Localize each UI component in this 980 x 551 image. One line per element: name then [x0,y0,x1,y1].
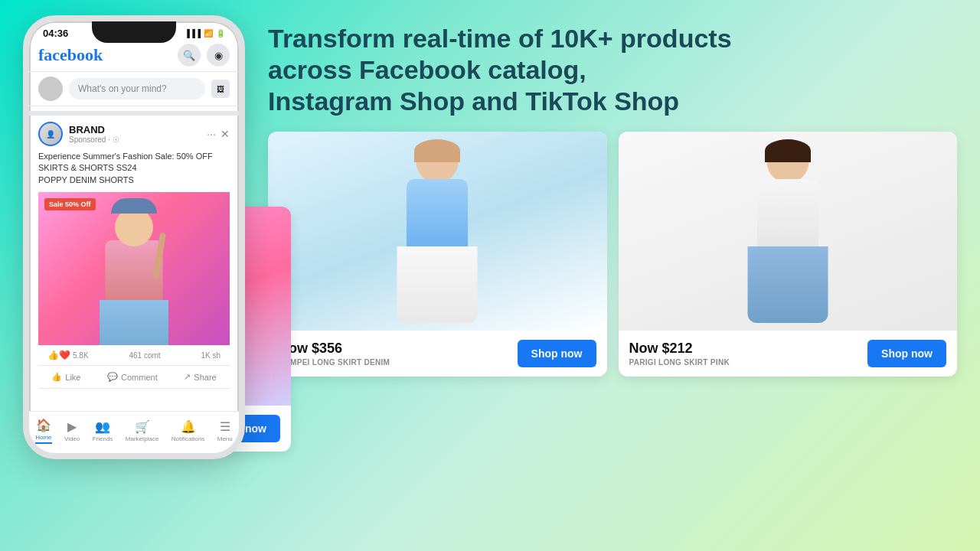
price-section-3: Now $212 PARIGI LONG SKIRT PINK [629,341,730,367]
facebook-logo: facebook [38,45,103,65]
engagement-bar: 👍❤️ 5.8K 461 comt 1K sh [38,345,230,366]
more-options-icon[interactable]: ··· [207,128,216,140]
user-avatar [38,77,63,101]
product-figure-3 [619,132,958,331]
fb-header-icons: 🔍 ◉ [178,44,230,67]
like-icon: 👍 [51,372,62,382]
product-name-3: PARIGI LONG SKIRT PINK [629,358,730,367]
likes-count: 5.8K [73,351,89,360]
brand-name: BRAND [69,124,119,135]
product-price-2: Now $356 [279,341,390,357]
marketplace-icon: 🛒 [135,419,150,434]
search-button[interactable]: 🔍 [178,44,201,67]
headline-line3: Instagram Shop and TikTok Shop [268,86,679,116]
home-icon: 🏠 [36,418,51,432]
like-button[interactable]: 👍 Like [51,372,80,382]
share-icon: ↗ [184,372,191,382]
share-button[interactable]: ↗ Share [184,372,216,382]
comment-button[interactable]: 💬 Comment [107,372,158,382]
price-section-2: Now $356 POMPEI LONG SKIRT DENIM [279,341,390,367]
menu-icon: ☰ [220,419,230,434]
shares-count: 1K sh [201,351,220,360]
headline-line1: Transform real-time of 10K+ products [268,24,732,53]
bottom-nav: 🏠 Home ▶ Video 👥 Friends 🛒 Marketplace [29,411,239,453]
facebook-header: facebook 🔍 ◉ [29,39,239,71]
nav-menu[interactable]: ☰ Menu [217,419,233,442]
right-section: Transform real-time of 10K+ products acr… [268,15,957,377]
video-icon: ▶ [67,419,77,434]
headline-line2: across Facebook catalog, [268,55,586,84]
ad-brand-text: BRAND Sponsored · ☉ [69,124,119,144]
phone-wrapper: 04:36 ▐▐▐ 📶 🔋 facebook 🔍 ◉ [23,15,245,459]
shop-now-button-3[interactable]: Shop now [867,340,946,367]
ad-image: Sale 50% Off [38,192,230,345]
product-info-3: Now $212 PARIGI LONG SKIRT PINK Shop now [619,331,958,377]
product-card-3: Now $212 PARIGI LONG SKIRT PINK Shop now [619,132,958,377]
nav-home[interactable]: 🏠 Home [35,418,51,444]
ad-header: 👤 BRAND Sponsored · ☉ ··· ✕ [38,122,230,146]
battery-icon: 🔋 [216,29,225,37]
wifi-icon: 📶 [204,29,213,37]
phone-notch [92,21,176,43]
signal-icon: ▐▐▐ [185,29,201,37]
main-container: 04:36 ▐▐▐ 📶 🔋 facebook 🔍 ◉ [0,0,980,551]
product-price-3: Now $212 [629,341,730,357]
post-media-icon[interactable]: 🖼 [211,80,230,98]
phone-time: 04:36 [43,28,68,39]
nav-video[interactable]: ▶ Video [64,419,80,442]
comment-icon: 💬 [107,372,118,382]
product-info-2: Now $356 POMPEI LONG SKIRT DENIM Shop no… [268,331,607,377]
notifications-icon: 🔔 [181,419,196,434]
product-figure-2 [268,132,607,331]
ad-text: Experience Summer's Fashion Sale: 50% OF… [38,151,230,186]
nav-marketplace[interactable]: 🛒 Marketplace [126,419,159,442]
sponsored-label: Sponsored · ☉ [69,135,119,144]
ad-brand-info: 👤 BRAND Sponsored · ☉ [38,122,119,146]
messenger-button[interactable]: ◉ [207,44,230,67]
close-icon[interactable]: ✕ [220,128,230,140]
product-name-2: POMPEI LONG SKIRT DENIM [279,358,390,367]
comments-count: 461 comt [129,351,160,360]
phone-and-card-section: 04:36 ▐▐▐ 📶 🔋 facebook 🔍 ◉ [23,15,245,459]
post-input[interactable]: What's on your mind? [69,78,205,99]
headline: Transform real-time of 10K+ products acr… [268,23,865,116]
products-row: Now $356 POMPEI LONG SKIRT DENIM Shop no… [268,132,957,377]
product-card-2: Now $356 POMPEI LONG SKIRT DENIM Shop no… [268,132,607,377]
brand-avatar: 👤 [38,122,63,146]
reactions: 👍❤️ 5.8K [47,350,89,360]
nav-notifications[interactable]: 🔔 Notifications [172,419,205,442]
status-icons: ▐▐▐ 📶 🔋 [185,29,225,37]
post-box: What's on your mind? 🖼 [29,71,239,106]
action-bar: 👍 Like 💬 Comment ↗ Share [38,366,230,389]
shop-now-button-2[interactable]: Shop now [518,340,596,367]
friends-icon: 👥 [95,419,110,434]
ad-card: 👤 BRAND Sponsored · ☉ ··· ✕ [29,111,239,395]
phone-mockup: 04:36 ▐▐▐ 📶 🔋 facebook 🔍 ◉ [23,15,245,459]
ad-actions: ··· ✕ [207,128,230,140]
nav-friends[interactable]: 👥 Friends [93,419,113,442]
product-image-2 [268,132,607,331]
product-image-3 [619,132,958,331]
